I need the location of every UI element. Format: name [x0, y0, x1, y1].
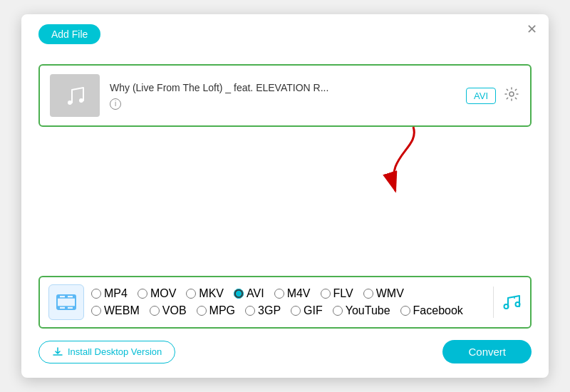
format-vob[interactable]: VOB — [150, 304, 197, 317]
file-item-box: Why (Live From The Loft) _ feat. ELEVATI… — [38, 64, 532, 127]
format-webm[interactable]: WEBM — [91, 304, 150, 317]
format-facebook[interactable]: Facebook — [400, 304, 473, 317]
radio-mov[interactable] — [138, 289, 147, 299]
music-icon — [62, 83, 88, 108]
format-mkv[interactable]: MKV — [186, 287, 234, 300]
radio-3gp[interactable] — [245, 306, 255, 316]
radio-mp4[interactable] — [91, 289, 101, 299]
svg-point-1 — [79, 98, 83, 103]
content-area: Why (Live From The Loft) _ feat. ELEVATI… — [38, 64, 532, 363]
file-thumbnail — [50, 74, 100, 117]
format-avi[interactable]: AVI — [234, 287, 274, 300]
video-format-icon — [48, 284, 84, 320]
file-actions: AVI — [466, 86, 520, 106]
radio-webm[interactable] — [91, 306, 101, 316]
format-selector-box: MP4 MOV MKV AVI — [38, 276, 532, 329]
radio-m4v[interactable] — [274, 289, 284, 299]
convert-button[interactable]: Convert — [442, 340, 532, 363]
settings-button[interactable] — [503, 86, 520, 106]
audio-icon — [501, 291, 524, 314]
radio-mkv[interactable] — [186, 289, 196, 299]
format-row-2: WEBM VOB MPG 3GP — [91, 304, 473, 317]
radio-facebook[interactable] — [400, 306, 410, 316]
radio-youtube[interactable] — [333, 306, 343, 316]
close-button[interactable]: ✕ — [527, 23, 537, 36]
arrow-area — [38, 127, 532, 276]
arrow-indicator — [363, 120, 449, 205]
radio-gif[interactable] — [291, 306, 301, 316]
file-info: Why (Live From The Loft) _ feat. ELEVATI… — [110, 82, 456, 110]
format-badge[interactable]: AVI — [466, 88, 496, 104]
svg-point-13 — [504, 304, 509, 309]
svg-point-0 — [68, 100, 72, 105]
install-desktop-button[interactable]: Install Desktop Version — [38, 341, 175, 363]
format-gif[interactable]: GIF — [291, 304, 333, 317]
svg-point-14 — [516, 302, 520, 306]
format-wmv[interactable]: WMV — [363, 287, 414, 300]
add-file-button[interactable]: Add File — [38, 24, 100, 44]
format-mpg[interactable]: MPG — [197, 304, 245, 317]
file-name: Why (Live From The Loft) _ feat. ELEVATI… — [110, 82, 456, 93]
radio-wmv[interactable] — [363, 289, 373, 299]
format-flv[interactable]: FLV — [321, 287, 363, 300]
format-mp4[interactable]: MP4 — [91, 287, 138, 300]
radio-avi[interactable] — [234, 289, 244, 299]
format-youtube[interactable]: YouTube — [333, 304, 400, 317]
format-options-container: MP4 MOV MKV AVI — [91, 287, 473, 317]
radio-vob[interactable] — [150, 306, 160, 316]
film-icon — [56, 292, 77, 313]
download-icon — [52, 346, 63, 358]
format-row-1: MP4 MOV MKV AVI — [91, 287, 473, 300]
main-dialog: ✕ Add File Why (Live From The Loft) _ fe… — [21, 14, 549, 378]
format-m4v[interactable]: M4V — [274, 287, 321, 300]
radio-mpg[interactable] — [197, 306, 207, 316]
radio-flv[interactable] — [321, 289, 331, 299]
format-3gp[interactable]: 3GP — [245, 304, 291, 317]
format-mov[interactable]: MOV — [138, 287, 186, 300]
gear-icon — [504, 87, 519, 101]
svg-point-2 — [509, 92, 514, 96]
info-icon[interactable]: i — [110, 98, 121, 110]
bottom-bar: Install Desktop Version Convert — [38, 340, 532, 363]
audio-format-icon[interactable] — [493, 287, 524, 318]
